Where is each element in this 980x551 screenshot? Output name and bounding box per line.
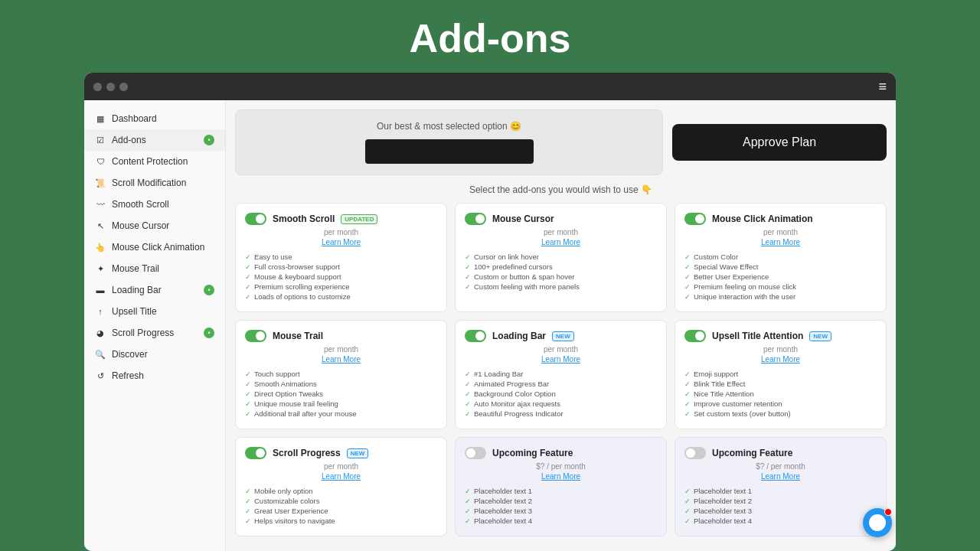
check-icon: ✓ (245, 487, 251, 495)
addon-toggle-mouse-click-animation[interactable] (684, 213, 706, 225)
addon-price-smooth-scroll: per month (245, 228, 437, 236)
sidebar-label-scroll-progress: Scroll Progress (112, 328, 174, 338)
check-icon: ✓ (684, 410, 691, 418)
check-icon: ✓ (465, 507, 471, 515)
chat-bubble[interactable] (863, 508, 892, 537)
addon-name-mouse-cursor: Mouse Cursor (492, 214, 554, 224)
addon-feature: ✓ Beautiful Progress Indicator (465, 409, 657, 418)
addon-price-mouse-trail: per month (245, 345, 437, 354)
addon-learn-more-upsell-title-attention[interactable]: Learn More (684, 355, 877, 364)
addon-price-upcoming-feature-1: $? / per month (465, 462, 657, 471)
addon-feature: ✓ Placeholder text 3 (684, 507, 877, 515)
addon-name-upsell-title-attention: Upsell Title Attention (712, 331, 803, 341)
addon-feature: ✓ Placeholder text 3 (465, 507, 657, 515)
plan-bar (365, 139, 534, 164)
addon-card-scroll-progress: Scroll Progress NEW per month Learn More… (235, 437, 447, 536)
addon-learn-more-mouse-click-animation[interactable]: Learn More (684, 238, 877, 246)
addon-toggle-upcoming-feature-2[interactable] (684, 447, 706, 459)
check-icon: ✓ (684, 273, 691, 281)
addon-name-scroll-progress: Scroll Progress (273, 448, 341, 458)
addon-feature: ✓ Set custom texts (over button) (684, 409, 877, 418)
sidebar-item-scroll-modification[interactable]: 📜 Scroll Modification (84, 172, 225, 194)
arrow-up-icon: ↑ (95, 306, 106, 317)
sidebar-item-mouse-cursor[interactable]: ↖ Mouse Cursor (84, 215, 225, 236)
sidebar-item-refresh[interactable]: ↺ Refresh (84, 365, 225, 386)
sidebar-badge-addons: • (204, 135, 214, 145)
addon-features-upsell-title-attention: ✓ Emoji support ✓ Blink Title Effect ✓ N… (684, 370, 877, 418)
addon-badge-upsell-title-attention: NEW (809, 331, 831, 341)
addon-header-mouse-cursor: Mouse Cursor (465, 213, 657, 225)
addon-header-upcoming-feature-1: Upcoming Feature (465, 447, 657, 459)
addon-header-loading-bar: Loading Bar NEW (465, 330, 657, 342)
check-icon: ✓ (684, 400, 691, 408)
sidebar-item-dashboard[interactable]: ▦ Dashboard (84, 108, 225, 129)
addon-toggle-scroll-progress[interactable] (245, 447, 266, 459)
addon-toggle-smooth-scroll[interactable] (245, 213, 266, 225)
addon-name-smooth-scroll: Smooth Scroll (273, 214, 335, 224)
addon-feature: ✓ Mobile only option (245, 487, 437, 495)
addon-toggle-upsell-title-attention[interactable] (684, 330, 706, 342)
addon-learn-more-upcoming-feature-2[interactable]: Learn More (684, 472, 877, 481)
addon-learn-more-mouse-cursor[interactable]: Learn More (465, 238, 657, 246)
sidebar-item-discover[interactable]: 🔍 Discover (84, 344, 225, 365)
sidebar-item-content-protection[interactable]: 🛡 Content Protection (84, 151, 225, 172)
addon-toggle-upcoming-feature-1[interactable] (465, 447, 486, 459)
check-icon: ✓ (684, 263, 691, 271)
addon-learn-more-upcoming-feature-1[interactable]: Learn More (465, 472, 657, 481)
addon-learn-more-mouse-trail[interactable]: Learn More (245, 355, 437, 364)
check-icon: ✓ (465, 370, 471, 378)
cursor-icon: ↖ (95, 220, 106, 231)
sidebar-item-mouse-trail[interactable]: ✦ Mouse Trail (84, 258, 225, 279)
addon-feature: ✓ Touch support (245, 370, 437, 378)
check-icon: ✓ (245, 293, 251, 301)
addon-toggle-mouse-cursor[interactable] (465, 213, 486, 225)
addon-feature: ✓ Customizable colors (245, 497, 437, 505)
addon-feature: ✓ Unique mouse trail feeling (245, 399, 437, 408)
compass-icon: 🔍 (95, 349, 106, 360)
browser-dot-3 (119, 83, 128, 91)
main-content: Our best & most selected option 😊 Approv… (226, 100, 896, 551)
addon-feature: ✓ Additional trail after your mouse (245, 409, 437, 418)
addon-learn-more-smooth-scroll[interactable]: Learn More (245, 238, 437, 246)
browser-window: ≡ ▦ Dashboard ☑ Add-ons • 🛡 Content Prot… (84, 73, 896, 551)
addon-feature: ✓ Placeholder text 4 (465, 517, 657, 525)
addon-feature: ✓ Unique interaction with the user (684, 292, 877, 301)
addon-toggle-loading-bar[interactable] (465, 330, 486, 342)
addon-price-scroll-progress: per month (245, 462, 437, 471)
sidebar-item-mouse-click-animation[interactable]: 👆 Mouse Click Animation (84, 236, 225, 258)
addon-toggle-mouse-trail[interactable] (245, 330, 266, 342)
addon-card-upcoming-feature-2: Upcoming Feature $? / per month Learn Mo… (675, 437, 887, 536)
sidebar-item-smooth-scroll[interactable]: 〰 Smooth Scroll (84, 194, 225, 215)
check-icon: ✓ (465, 263, 471, 271)
check-icon: ✓ (245, 283, 251, 291)
sidebar-item-upsell-title[interactable]: ↑ Upsell Title (84, 301, 225, 322)
check-icon: ✓ (465, 253, 471, 261)
sidebar-badge-scroll-progress: • (204, 328, 214, 338)
check-icon: ✓ (465, 390, 471, 398)
addon-name-loading-bar: Loading Bar (492, 331, 546, 341)
addon-learn-more-loading-bar[interactable]: Learn More (465, 355, 657, 364)
addon-header-upcoming-feature-2: Upcoming Feature (684, 447, 877, 459)
addon-feature: ✓ Great User Experience (245, 507, 437, 515)
addon-card-upcoming-feature-1: Upcoming Feature $? / per month Learn Mo… (455, 437, 667, 536)
approve-plan-button[interactable]: Approve Plan (672, 124, 887, 161)
top-section: Our best & most selected option 😊 Approv… (235, 109, 887, 175)
sidebar-item-scroll-progress[interactable]: ◕ Scroll Progress • (84, 322, 225, 344)
scroll-icon: 📜 (95, 178, 106, 188)
addon-price-mouse-click-animation: per month (684, 228, 877, 236)
hamburger-icon[interactable]: ≡ (878, 79, 887, 95)
addon-price-upsell-title-attention: per month (684, 345, 877, 354)
addon-feature: ✓ Premium feeling on mouse click (684, 282, 877, 291)
sidebar-item-loading-bar[interactable]: ▬ Loading Bar • (84, 279, 225, 301)
addon-name-upcoming-feature-1: Upcoming Feature (492, 448, 573, 458)
addon-card-mouse-trail: Mouse Trail per month Learn More ✓ Touch… (235, 320, 447, 429)
check-icon: ✓ (465, 283, 471, 291)
addon-header-mouse-trail: Mouse Trail (245, 330, 437, 342)
sidebar-item-addons[interactable]: ☑ Add-ons • (84, 129, 225, 151)
addon-learn-more-scroll-progress[interactable]: Learn More (245, 472, 437, 481)
addon-feature: ✓ Mouse & keyboard support (245, 272, 437, 281)
check-icon: ✓ (245, 273, 251, 281)
addon-header-mouse-click-animation: Mouse Click Animation (684, 213, 877, 225)
addon-price-mouse-cursor: per month (465, 228, 657, 236)
addon-card-mouse-cursor: Mouse Cursor per month Learn More ✓ Curs… (455, 203, 667, 312)
